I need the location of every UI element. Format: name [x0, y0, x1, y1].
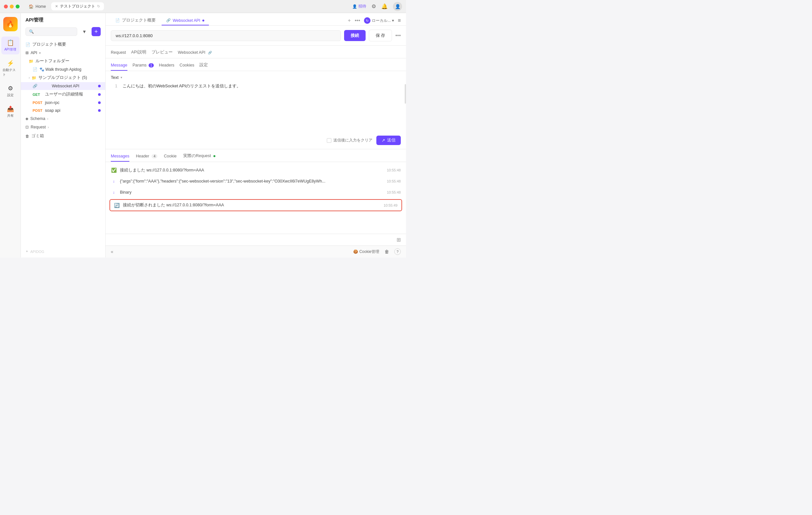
test-icon: ⚡ — [7, 60, 14, 67]
table-layout-icon[interactable]: ⊞ — [397, 237, 401, 243]
tab-home[interactable]: 🏠 Home — [25, 3, 50, 10]
sidebar-search: 🔍 ▼ + — [21, 26, 105, 39]
tree-schema[interactable]: ◈ Schema › — [21, 114, 105, 123]
tab-project-overview[interactable]: 📄 プロジェクト概要 — [111, 16, 160, 26]
traffic-lights — [4, 5, 20, 8]
connected-text: 接続しました ws://127.0.0.1:8080/?form=AAA — [120, 168, 383, 173]
sub-tab-websocket[interactable]: Websocket API 🔗 — [178, 49, 212, 58]
clear-label: 送信後に入力をクリア — [334, 138, 372, 143]
clear-checkbox-input[interactable] — [327, 138, 331, 143]
msg-tab-cookies[interactable]: Cookies — [179, 62, 194, 71]
collapse-button[interactable]: « — [111, 249, 113, 254]
messages-tab-actual-request[interactable]: 実際のRequest — [183, 152, 215, 162]
tree-request[interactable]: ⊡ Request › — [21, 123, 105, 131]
msg-tab-headers[interactable]: Headers — [159, 62, 174, 71]
tree-root-folder[interactable]: 📁 ルートフォルダー — [21, 57, 105, 65]
link-icon: 🔗 — [208, 51, 212, 54]
tree-sample-project[interactable]: › 📁 サンプルプロジェクト (5) — [21, 73, 105, 82]
tab-close-icon[interactable]: ✕ — [55, 4, 58, 8]
messages-tab-messages[interactable]: Messages — [111, 152, 129, 162]
msg-tab-message[interactable]: Message — [111, 62, 127, 71]
sub-tab-api-desc[interactable]: API説明 — [131, 48, 146, 58]
more-tabs-icon[interactable]: ••• — [355, 18, 360, 24]
get-method-label: GET — [33, 92, 43, 96]
close-button[interactable] — [4, 5, 8, 8]
minimize-button[interactable] — [10, 5, 14, 8]
sub-tabs: Request API説明 プレビュー Websocket API 🔗 — [106, 46, 406, 58]
tree-post-json[interactable]: POST json-rpc — [21, 99, 105, 107]
project-overview-label: プロジェクト概要 — [32, 42, 66, 47]
post-json-method: POST — [33, 101, 43, 105]
tree-post-soap[interactable]: POST soap api — [21, 107, 105, 114]
help-icon[interactable]: ? — [394, 248, 401, 255]
sidebar-item-api[interactable]: 📋 API管理 — [1, 36, 20, 54]
search-input[interactable]: 🔍 — [25, 27, 77, 36]
send-button[interactable]: ↗ 送信 — [376, 136, 401, 145]
add-tab-icon[interactable]: + — [348, 18, 351, 24]
tree-walk-through[interactable]: 📄 🐾 Walk through Apidog — [21, 65, 105, 73]
text-chevron-icon: ▾ — [121, 76, 122, 79]
settings-icon[interactable]: ⚙ — [372, 3, 376, 9]
tree-trash[interactable]: 🗑 ゴミ箱 — [21, 131, 105, 141]
send-icon: ↗ — [382, 138, 385, 143]
connect-button[interactable]: 接続 — [344, 30, 366, 41]
editor-content[interactable]: こんにちは、初のWebSocket APIのリクエストを送信します。 — [122, 83, 241, 89]
tree-project-overview[interactable]: 📄 プロジェクト概要 — [21, 40, 105, 49]
cookie-manage-button[interactable]: 🍪 Cookie管理 — [353, 249, 379, 255]
maximize-button[interactable] — [16, 5, 20, 8]
sidebar-item-settings[interactable]: ⚙ 設定 — [1, 82, 20, 100]
folder-icon: 📁 — [29, 59, 34, 63]
tree-api-section[interactable]: ⊞ API ▾ — [21, 49, 105, 57]
sidebar-item-test[interactable]: ⚡ 自動テスト — [1, 57, 20, 80]
add-button[interactable]: + — [92, 27, 101, 36]
url-input[interactable] — [111, 30, 341, 41]
messages-tab-cookie[interactable]: Cookie — [164, 152, 177, 162]
hamburger-icon[interactable]: ≡ — [398, 18, 401, 24]
messages-tabs: Messages Header 4 Cookie 実際のRequest — [106, 149, 406, 162]
avatar[interactable]: 👤 — [393, 2, 402, 11]
message-json[interactable]: ↓ {"args":{"form":"AAA"},"headers":{"sec… — [106, 176, 406, 187]
sub-tab-preview[interactable]: プレビュー — [151, 48, 173, 58]
binary-icon: ↓ — [111, 190, 117, 195]
filter-button[interactable]: ▼ — [80, 27, 89, 36]
send-label: 送信 — [387, 138, 396, 143]
share-label: 共有 — [7, 113, 14, 118]
received-json-icon: ↓ — [111, 178, 117, 184]
editor-line-1: 1 こんにちは、初のWebSocket APIのリクエストを送信します。 — [111, 83, 401, 89]
folder-sample-icon: 📁 — [32, 76, 36, 80]
message-connected[interactable]: ✅ 接続しました ws://127.0.0.1:8080/?form=AAA 1… — [106, 165, 406, 176]
api-section-label: API — [31, 51, 37, 55]
tree-get-endpoint[interactable]: GET ユーザーの詳細情報 — [21, 90, 105, 99]
tab-websocket-api[interactable]: 🔗 Websocket API — [162, 16, 209, 25]
chevron-down-icon: ▾ — [39, 51, 41, 55]
post-json-label: json-rpc — [45, 101, 59, 105]
tree-websocket-api[interactable]: 🔗 Websocket API — [21, 82, 105, 90]
post-soap-label: soap api — [45, 108, 60, 113]
title-tabs: 🏠 Home ✕ テストプロジェクト ↻ — [25, 2, 347, 10]
message-binary[interactable]: ↓ Binary 10:55:48 — [106, 187, 406, 198]
post-soap-method: POST — [33, 109, 43, 112]
get-endpoint-label: ユーザーの詳細情報 — [45, 92, 83, 97]
ws-tab-icon: 🔗 — [166, 18, 171, 23]
main-content: 📄 プロジェクト概要 🔗 Websocket API + ••• ↻ ローカル.… — [106, 13, 406, 258]
msg-tab-params[interactable]: Params 1 — [133, 62, 154, 71]
clear-checkbox[interactable]: 送信後に入力をクリア — [327, 138, 372, 143]
disconnected-text: 接続が切断されました ws://127.0.0.1:8080/?form=AAA — [123, 202, 224, 208]
cookie-icon: 🍪 — [353, 249, 358, 254]
text-type-selector[interactable]: Text ▾ — [111, 75, 401, 80]
sidebar-item-share[interactable]: 📤 共有 — [1, 103, 20, 121]
messages-tab-header[interactable]: Header 4 — [136, 152, 157, 162]
more-options-icon[interactable]: ••• — [395, 33, 401, 38]
scroll-indicator — [405, 84, 406, 104]
tab-project[interactable]: ✕ テストプロジェクト ↻ — [51, 2, 104, 10]
msg-tab-settings[interactable]: 設定 — [199, 61, 208, 71]
get-badge — [98, 93, 101, 96]
app-icon: 🔥 — [3, 17, 18, 31]
invite-button[interactable]: 👤 招待 — [352, 4, 366, 9]
trash-bottom-icon[interactable]: 🗑 — [384, 249, 389, 254]
sub-tab-request[interactable]: Request — [111, 49, 126, 58]
trash-icon: 🗑 — [25, 134, 29, 139]
bell-icon[interactable]: 🔔 — [381, 3, 388, 9]
message-disconnected[interactable]: 🔄 接続が切断されました ws://127.0.0.1:8080/?form=A… — [110, 199, 402, 211]
save-button[interactable]: 保 存 — [369, 30, 392, 41]
